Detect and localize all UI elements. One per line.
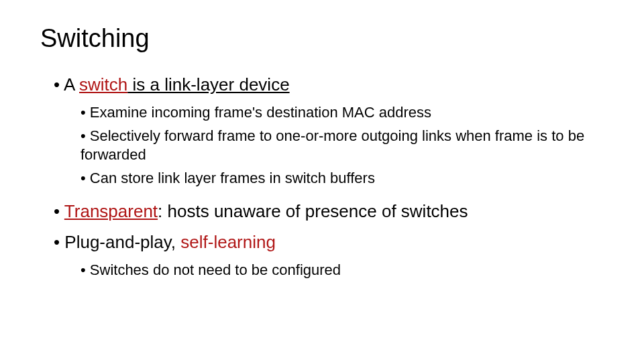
bullet-1-sub-3: • Can store link layer frames in switch … (80, 169, 604, 188)
bullet-1: • A switch is a link-layer device (54, 73, 604, 97)
bullet-1-block: • A switch is a link-layer device • Exam… (40, 73, 604, 188)
bullet-1-keyword: switch (79, 74, 127, 95)
bullet-3-keyword: self-learning (180, 232, 276, 252)
slide-title: Switching (40, 24, 604, 53)
bullet-2-rest: : hosts unaware of presence of switches (158, 201, 468, 221)
bullet-3-prefix: • Plug-and-play, (54, 232, 180, 252)
bullet-3-sub-1: • Switches do not need to be configured (80, 261, 604, 280)
bullet-3-block: • Plug-and-play, self-learning • Switche… (40, 231, 604, 280)
bullet-2: • Transparent: hosts unaware of presence… (54, 200, 604, 223)
bullet-1-prefix: • A (54, 74, 79, 95)
bullet-1-sub-2: • Selectively forward frame to one-or-mo… (80, 127, 604, 165)
slide: Switching • A switch is a link-layer dev… (0, 0, 644, 362)
bullet-1-sub-1: • Examine incoming frame's destination M… (80, 103, 604, 123)
bullet-2-keyword: Transparent (64, 201, 158, 221)
bullet-3: • Plug-and-play, self-learning (54, 231, 604, 254)
bullet-2-prefix: • (54, 201, 64, 221)
bullet-1-rest: is a link-layer device (127, 74, 289, 95)
